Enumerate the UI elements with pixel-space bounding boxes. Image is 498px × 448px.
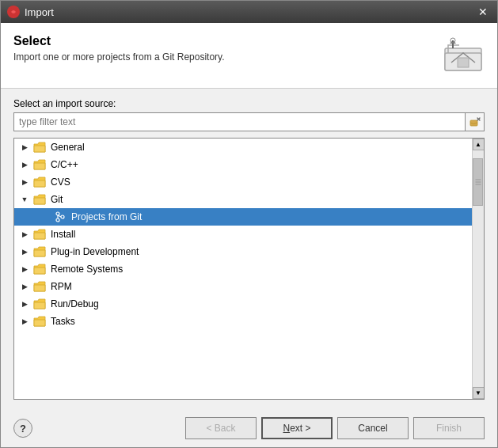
back-button[interactable]: < Back — [185, 417, 257, 439]
content-section: Select an import source: — [1, 89, 497, 409]
arrow-install — [19, 229, 30, 240]
folder-icon-run-debug — [33, 298, 46, 309]
tree-item-git-label: Git — [51, 194, 63, 205]
scrollbar-thumb[interactable] — [473, 158, 483, 206]
tree-item-remote-systems[interactable]: Remote Systems — [14, 260, 472, 278]
next-button[interactable]: Next > — [261, 417, 333, 439]
tree-item-rpm-label: RPM — [51, 281, 72, 292]
tree-item-projects-from-git-label: Projects from Git — [71, 211, 142, 222]
help-button[interactable]: ? — [13, 419, 32, 438]
tree-item-remote-systems-label: Remote Systems — [51, 264, 123, 275]
folder-icon-install — [33, 229, 46, 240]
tree-item-install[interactable]: Install — [14, 226, 472, 243]
tree-item-run-debug[interactable]: Run/Debug — [14, 295, 472, 313]
filter-input[interactable] — [13, 112, 466, 131]
tree-item-git[interactable]: Git — [14, 191, 472, 208]
header-section: Select Import one or more projects from … — [1, 23, 497, 89]
navigation-buttons: < Back Next > Cancel Finish — [185, 417, 485, 439]
arrow-run-debug — [19, 298, 30, 309]
folder-icon-cvs — [33, 177, 46, 188]
filter-label: Select an import source: — [13, 98, 485, 109]
tree-list: General C/C++ CVS — [14, 139, 472, 399]
tree-item-plugin-dev[interactable]: Plug-in Development — [14, 243, 472, 260]
dialog-title: Import — [25, 6, 54, 18]
finish-button[interactable]: Finish — [413, 417, 485, 439]
import-dialog: Import ✕ Select Import one or more proje… — [0, 0, 498, 448]
cancel-button[interactable]: Cancel — [337, 417, 409, 439]
tree-item-general[interactable]: General — [14, 139, 472, 156]
app-icon — [7, 6, 20, 18]
tree-item-cvs-label: CVS — [51, 177, 70, 188]
svg-point-6 — [56, 212, 59, 215]
scrollbar-track-area — [473, 150, 484, 387]
close-button[interactable]: ✕ — [475, 6, 491, 18]
folder-icon-remote-systems — [33, 264, 46, 275]
folder-icon-git — [33, 194, 46, 205]
clear-filter-button[interactable] — [466, 112, 485, 131]
arrow-cpp — [19, 159, 30, 170]
tree-item-projects-from-git[interactable]: Projects from Git — [14, 208, 472, 226]
arrow-rpm — [19, 281, 30, 292]
tree-container: General C/C++ CVS — [13, 138, 485, 400]
tree-item-tasks-label: Tasks — [51, 316, 75, 327]
bottom-section: ? < Back Next > Cancel Finish — [1, 409, 497, 447]
arrow-plugin-dev — [19, 246, 30, 257]
header-icon — [442, 34, 485, 77]
scroll-up-button[interactable]: ▲ — [473, 139, 485, 150]
arrow-projects-from-git — [40, 211, 51, 222]
tree-item-install-label: Install — [51, 229, 75, 240]
tree-item-tasks[interactable]: Tasks — [14, 313, 472, 330]
header-title: Select — [13, 34, 225, 48]
tree-item-run-debug-label: Run/Debug — [51, 298, 99, 309]
svg-point-8 — [61, 215, 64, 218]
folder-icon-rpm — [33, 281, 46, 292]
tree-item-plugin-dev-label: Plug-in Development — [51, 246, 139, 257]
folder-icon-general — [33, 142, 46, 153]
scrollbar-grip — [475, 180, 481, 185]
tree-item-cpp[interactable]: C/C++ — [14, 156, 472, 173]
tree-item-rpm[interactable]: RPM — [14, 278, 472, 295]
filter-row — [13, 112, 485, 131]
svg-rect-3 — [458, 58, 469, 67]
tree-item-general-label: General — [51, 142, 85, 153]
clear-icon — [469, 116, 481, 127]
folder-icon-tasks — [33, 316, 46, 327]
scroll-down-button[interactable]: ▼ — [473, 387, 485, 399]
arrow-general — [19, 142, 30, 153]
tree-item-cvs[interactable]: CVS — [14, 173, 472, 191]
arrow-cvs — [19, 177, 30, 188]
svg-point-7 — [56, 218, 59, 222]
arrow-remote-systems — [19, 264, 30, 275]
scrollbar[interactable]: ▲ ▼ — [472, 139, 484, 399]
folder-icon-plugin-dev — [33, 246, 46, 257]
header-description: Import one or more projects from a Git R… — [13, 51, 225, 63]
git-project-icon — [54, 211, 67, 223]
title-bar: Import ✕ — [1, 1, 497, 23]
arrow-git — [19, 194, 30, 205]
folder-icon-cpp — [33, 159, 46, 170]
tree-item-cpp-label: C/C++ — [51, 159, 78, 170]
arrow-tasks — [19, 316, 30, 327]
